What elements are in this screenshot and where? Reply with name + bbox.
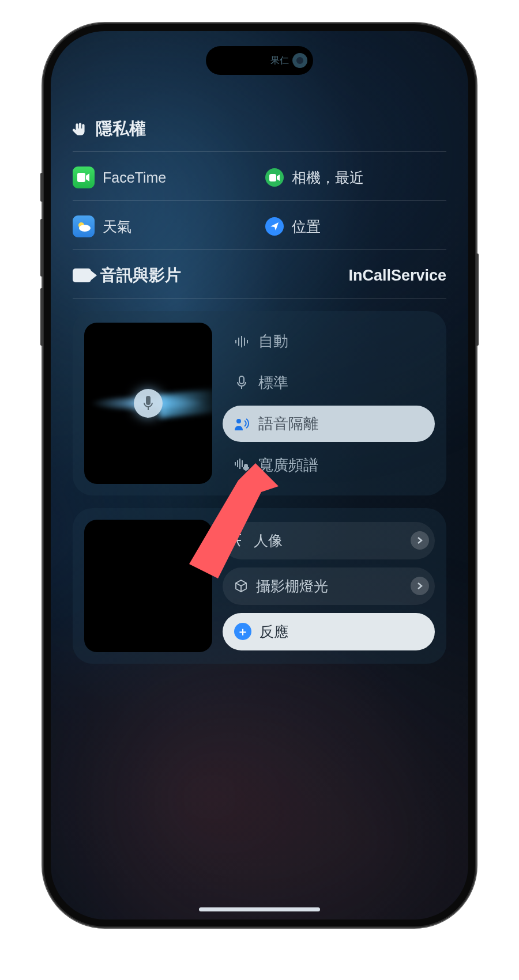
mic-mode-standard-label: 標準 xyxy=(258,373,288,393)
svg-rect-0 xyxy=(77,173,85,182)
mic-mode-voice-isolation[interactable]: 語音隔離 xyxy=(223,406,435,442)
mic-mode-auto-label: 自動 xyxy=(258,331,288,351)
svg-point-13 xyxy=(236,419,241,423)
waveform-icon xyxy=(234,336,249,347)
av-title: 音訊與影片 xyxy=(100,264,181,286)
video-preview xyxy=(84,520,212,652)
facetime-label: FaceTime xyxy=(103,169,166,186)
weather-app-icon xyxy=(73,215,95,237)
facetime-app-icon xyxy=(73,167,95,188)
chevron-right-icon xyxy=(411,577,429,595)
plus-circle-icon: ＋ xyxy=(234,623,251,640)
mic-mode-auto[interactable]: 自動 xyxy=(223,323,435,360)
av-header[interactable]: 音訊與影片 InCallService xyxy=(73,261,446,298)
phone-frame: 果仁 隱私權 FaceTime xyxy=(43,23,476,928)
privacy-header: 隱私權 xyxy=(73,118,446,152)
cube-icon xyxy=(234,579,248,593)
camera-label: 相機，最近 xyxy=(292,168,364,187)
svg-rect-1 xyxy=(269,174,276,181)
camera-indicator-icon xyxy=(265,168,284,187)
video-icon xyxy=(73,268,91,282)
mic-icon xyxy=(234,376,249,389)
av-service-label: InCallService xyxy=(348,267,446,285)
portrait-label: 人像 xyxy=(254,531,283,550)
privacy-item-location[interactable]: 位置 xyxy=(265,215,446,237)
svg-rect-4 xyxy=(146,396,151,405)
privacy-item-weather[interactable]: 天氣 xyxy=(73,215,254,237)
mic-mode-wide-spectrum[interactable]: 寬廣頻譜 xyxy=(223,447,435,483)
screen: 果仁 隱私權 FaceTime xyxy=(51,31,468,920)
dynamic-island: 果仁 xyxy=(206,46,313,75)
svg-rect-11 xyxy=(239,376,244,384)
mic-mode-wide-spectrum-label: 寬廣頻譜 xyxy=(258,455,318,475)
privacy-item-facetime[interactable]: FaceTime xyxy=(73,167,254,188)
audio-preview xyxy=(84,323,212,484)
island-avatar-icon xyxy=(292,53,307,68)
home-indicator[interactable] xyxy=(199,907,320,911)
effect-portrait[interactable]: 人像 xyxy=(223,522,435,559)
mic-mode-panel: 自動 標準 語音隔離 xyxy=(73,311,446,495)
privacy-item-camera[interactable]: 相機，最近 xyxy=(265,167,446,188)
mic-mode-standard[interactable]: 標準 xyxy=(223,365,435,401)
effect-studio-light[interactable]: 攝影棚燈光 xyxy=(223,567,435,605)
effect-reactions[interactable]: ＋ 反應 xyxy=(223,613,435,650)
weather-label: 天氣 xyxy=(103,217,131,236)
waveform-mic-icon xyxy=(234,459,249,471)
hand-icon xyxy=(73,122,88,137)
mic-circle-icon xyxy=(134,389,163,418)
privacy-title: 隱私權 xyxy=(96,118,146,141)
aperture-f-icon xyxy=(234,533,246,547)
chevron-right-icon xyxy=(411,531,429,550)
reactions-label: 反應 xyxy=(260,622,288,641)
svg-point-3 xyxy=(79,225,91,232)
video-effects-panel: 人像 攝影棚燈光 xyxy=(73,508,446,664)
mic-mode-voice-isolation-label: 語音隔離 xyxy=(258,414,318,434)
location-label: 位置 xyxy=(292,217,321,236)
island-label: 果仁 xyxy=(270,55,289,67)
location-indicator-icon xyxy=(265,217,284,236)
studio-light-label: 攝影棚燈光 xyxy=(256,577,328,596)
svg-rect-18 xyxy=(245,464,247,469)
person-wave-icon xyxy=(234,418,249,430)
